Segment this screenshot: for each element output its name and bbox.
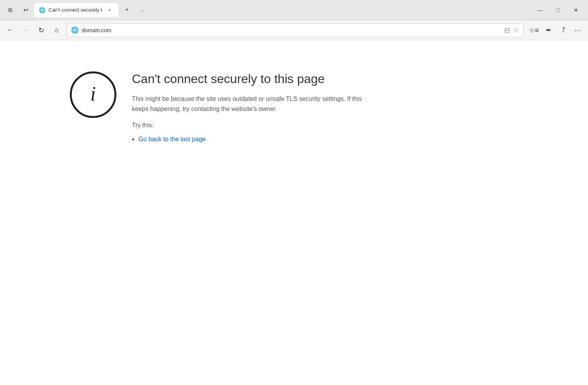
pen-icon: ✒: [546, 26, 552, 35]
nav-bar: ← → ↻ ⌂ 🌐 domain.com ⊟ ☆ ☆≡ ✒ ⤴ ···: [0, 20, 588, 40]
error-description: This might be because the site uses outd…: [132, 94, 380, 114]
favorites-star-icon[interactable]: ☆: [513, 26, 519, 35]
back-restore-button[interactable]: ↩: [19, 3, 33, 17]
page-content: i Can't connect securely to this page Th…: [0, 40, 588, 385]
tab-title: Can't connect securely t: [48, 7, 102, 13]
tab-close-button[interactable]: ×: [105, 6, 114, 14]
error-title: Can't connect securely to this page: [132, 71, 380, 86]
tab-favicon-icon: 🌐: [39, 7, 45, 13]
new-tab-icon: +: [125, 6, 129, 14]
forward-button[interactable]: →: [19, 23, 33, 37]
task-view-icon: ⧉: [8, 7, 12, 14]
title-bar-left: ⧉ ↩ 🌐 Can't connect securely t × + ⌄: [3, 3, 149, 17]
address-bar[interactable]: 🌐 domain.com ⊟ ☆: [67, 23, 524, 37]
hub-button[interactable]: ☆≡: [527, 23, 541, 37]
share-icon: ⤴: [562, 26, 565, 34]
suggestion-item-1: Go back to the last page: [132, 135, 380, 144]
reading-view-icon[interactable]: ⊟: [504, 26, 510, 35]
forward-icon: →: [22, 26, 29, 34]
active-tab[interactable]: 🌐 Can't connect securely t ×: [34, 3, 118, 17]
home-icon: ⌂: [55, 26, 59, 34]
make-a-web-note-button[interactable]: ✒: [541, 23, 555, 37]
close-button[interactable]: ✕: [567, 0, 585, 20]
address-bar-right: ⊟ ☆: [504, 26, 519, 35]
minimize-icon: —: [538, 7, 543, 13]
tab-dropdown-icon: ⌄: [140, 7, 144, 13]
toolbar-right: ☆≡ ✒ ⤴ ···: [527, 23, 585, 37]
refresh-icon: ↻: [38, 26, 44, 35]
more-icon: ···: [574, 26, 582, 35]
address-text: domain.com: [82, 27, 501, 33]
error-icon: i: [70, 71, 116, 118]
info-letter-icon: i: [90, 84, 96, 104]
back-restore-icon: ↩: [23, 6, 28, 14]
hub-icon: ☆≡: [529, 26, 539, 35]
minimize-button[interactable]: —: [531, 0, 549, 20]
back-button[interactable]: ←: [3, 23, 17, 37]
new-tab-button[interactable]: +: [120, 3, 134, 17]
try-this-label: Try this:: [132, 122, 380, 129]
tab-dropdown-button[interactable]: ⌄: [135, 3, 149, 17]
window-controls: — □ ✕: [531, 0, 585, 20]
close-icon: ✕: [574, 7, 578, 13]
home-button[interactable]: ⌂: [50, 23, 64, 37]
address-globe-icon: 🌐: [71, 26, 79, 34]
suggestions-list: Go back to the last page: [132, 135, 380, 144]
restore-icon: □: [557, 7, 560, 13]
title-bar: ⧉ ↩ 🌐 Can't connect securely t × + ⌄ — □…: [0, 0, 588, 20]
restore-button[interactable]: □: [549, 0, 567, 20]
error-container: i Can't connect securely to this page Th…: [70, 71, 380, 147]
back-icon: ←: [7, 26, 14, 34]
more-button[interactable]: ···: [571, 23, 585, 37]
share-button[interactable]: ⤴: [556, 23, 570, 37]
error-text-block: Can't connect securely to this page This…: [132, 71, 380, 147]
task-view-button[interactable]: ⧉: [3, 3, 17, 17]
go-back-link[interactable]: Go back to the last page: [138, 136, 206, 143]
refresh-button[interactable]: ↻: [34, 23, 48, 37]
